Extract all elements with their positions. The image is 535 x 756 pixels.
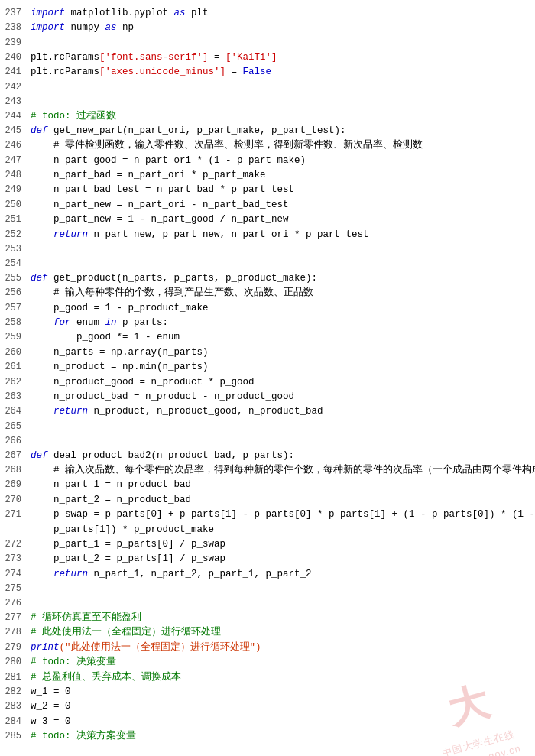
line-number: 279: [0, 641, 28, 655]
token-kw: def: [31, 273, 48, 284]
line-number: 255: [0, 271, 28, 286]
code-line: 254: [0, 257, 535, 271]
token-var: p_parts[1]) * p_product_make: [31, 524, 214, 535]
line-number: 281: [0, 670, 28, 685]
line-number: 283: [0, 699, 28, 714]
line-content: # 输入每种零件的个数，得到产品生产数、次品数、正品数: [28, 286, 535, 300]
token-kw: def: [31, 125, 48, 136]
code-line: 242: [0, 80, 535, 95]
code-line: 261 n_product = np.min(n_parts): [0, 360, 535, 375]
code-line: 243: [0, 95, 535, 109]
code-line: 251 p_part_new = 1 - n_part_good / n_par…: [0, 213, 535, 227]
line-number: 266: [0, 434, 28, 449]
code-line: 249 n_part_bad_test = n_part_bad * p_par…: [0, 183, 535, 197]
token-kw: print: [31, 642, 60, 653]
token-var: n_product_bad = n_product - n_product_go…: [31, 391, 294, 402]
line-content: # todo: 决策方案变量: [28, 729, 535, 744]
token-var: n_product = np.min(n_parts): [31, 362, 209, 372]
token-var: # 零件检测函数，输入零件数、次品率、检测率，得到新零件数、新次品率、检测数: [31, 140, 423, 151]
code-line: 279print("此处使用法一（全程固定）进行循环处理"): [0, 641, 535, 655]
line-number: 274: [0, 567, 28, 582]
line-number: 282: [0, 685, 28, 699]
code-line: 258 for enum in p_parts:: [0, 316, 535, 330]
token-var: p_good *= 1 - enum: [31, 332, 180, 342]
line-number: 268: [0, 463, 28, 478]
line-content: plt.rcParams['axes.unicode_minus'] = Fal…: [28, 65, 535, 79]
code-line: 240plt.rcParams['font.sans-serif'] = ['K…: [0, 50, 535, 65]
line-content: # 零件检测函数，输入零件数、次品率、检测率，得到新零件数、新次品率、检测数: [28, 138, 535, 153]
line-number: 258: [0, 316, 28, 330]
line-number: 257: [0, 301, 28, 316]
line-content: for enum in p_parts:: [28, 316, 535, 330]
token-cm: # todo: 决策变量: [31, 657, 116, 667]
line-number: 259: [0, 330, 28, 345]
page: 237import matplotlib.pyplot as plt238imp…: [0, 0, 535, 756]
code-line: 285# todo: 决策方案变量: [0, 729, 535, 744]
code-line: 267def deal_product_bad2(n_product_bad, …: [0, 449, 535, 463]
token-lib: np: [117, 22, 135, 33]
line-content: plt.rcParams['font.sans-serif'] = ['KaiT…: [28, 50, 535, 65]
token-lib: numpy: [65, 22, 105, 33]
line-number: 285: [0, 729, 28, 744]
code-line: 271 p_swap = p_parts[0] + p_parts[1] - p…: [0, 508, 535, 522]
code-line: 265: [0, 420, 535, 434]
line-number: 241: [0, 65, 28, 79]
token-var: n_part_new, p_part_new, n_part_ori * p_p…: [88, 229, 369, 240]
line-number: 249: [0, 183, 28, 197]
token-st: ("此处使用法一（全程固定）进行循环处理"): [60, 642, 261, 653]
token-fn: get_new_part(n_part_ori, p_part_make, p_…: [48, 125, 346, 136]
line-number: 243: [0, 95, 28, 109]
code-line: 277# 循环仿真直至不能盈利: [0, 611, 535, 625]
line-content: p_part_1 = p_parts[0] / p_swap: [28, 537, 535, 552]
line-number: 284: [0, 715, 28, 729]
line-number: 238: [0, 21, 28, 35]
line-number: 262: [0, 375, 28, 390]
line-content: # 此处使用法一（全程固定）进行循环处理: [28, 625, 535, 640]
code-line: 239: [0, 36, 535, 50]
line-content: n_part_1 = n_product_bad: [28, 478, 535, 492]
code-line: 263 n_product_bad = n_product - n_produc…: [0, 390, 535, 404]
line-number: 256: [0, 286, 28, 300]
code-line: 237import matplotlib.pyplot as plt: [0, 6, 535, 21]
line-content: p_good = 1 - p_product_make: [28, 301, 535, 316]
line-number: 248: [0, 168, 28, 183]
line-number: 264: [0, 404, 28, 419]
token-cm: # 循环仿真直至不能盈利: [31, 612, 141, 623]
token-lib: plt: [186, 8, 209, 18]
line-number: 244: [0, 109, 28, 124]
line-content: n_product_bad = n_product - n_product_go…: [28, 390, 535, 404]
token-var: w_3 = 0: [31, 716, 71, 727]
code-line: 252 return n_part_new, p_part_new, n_par…: [0, 228, 535, 242]
line-number: 265: [0, 420, 28, 434]
code-line: 257 p_good = 1 - p_product_make: [0, 301, 535, 316]
code-line: 245def get_new_part(n_part_ori, p_part_m…: [0, 124, 535, 138]
code-line: 268 # 输入次品数、每个零件的次品率，得到每种新的零件个数，每种新的零件的次…: [0, 463, 535, 478]
token-cm: # 总盈利值、丢弃成本、调换成本: [31, 672, 181, 683]
line-number: 272: [0, 537, 28, 552]
code-line: 282w_1 = 0: [0, 685, 535, 699]
line-content: n_product = np.min(n_parts): [28, 360, 535, 375]
line-number: 254: [0, 257, 28, 271]
line-number: 242: [0, 80, 28, 95]
line-number: 270: [0, 493, 28, 508]
token-var: p_swap = p_parts[0] + p_parts[1] - p_par…: [31, 509, 535, 520]
code-line: 255def get_product(n_parts, p_parts, p_p…: [0, 271, 535, 286]
token-kw: def: [31, 450, 48, 461]
token-var: n_part_1, n_part_2, p_part_1, p_part_2: [88, 569, 312, 579]
line-content: import matplotlib.pyplot as plt: [28, 6, 535, 21]
token-var: n_product_good = n_product * p_good: [31, 377, 255, 388]
line-number: 240: [0, 50, 28, 65]
code-line: 266: [0, 434, 535, 449]
token-kw: in: [105, 317, 117, 328]
line-content: p_swap = p_parts[0] + p_parts[1] - p_par…: [28, 508, 535, 522]
line-content: w_2 = 0: [28, 699, 535, 714]
token-var: plt.rcParams: [31, 67, 99, 77]
code-line: 259 p_good *= 1 - enum: [0, 330, 535, 345]
line-content: p_good *= 1 - enum: [28, 330, 535, 345]
token-kw: import: [31, 22, 65, 33]
token-op: =: [209, 52, 226, 63]
code-line: 278# 此处使用法一（全程固定）进行循环处理: [0, 625, 535, 640]
line-number: 278: [0, 625, 28, 640]
token-var: n_part_bad_test = n_part_bad * p_part_te…: [31, 184, 294, 195]
line-content: w_3 = 0: [28, 715, 535, 729]
